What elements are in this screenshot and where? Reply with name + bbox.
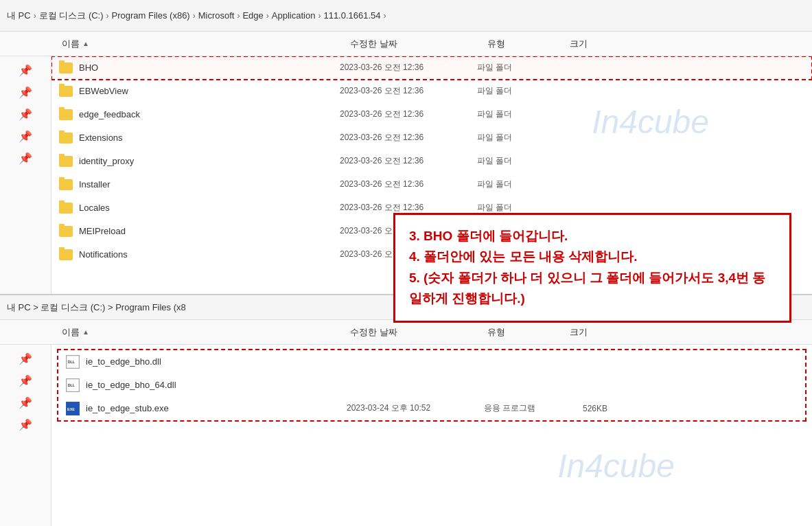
sep5: › bbox=[266, 11, 269, 21]
column-headers-top: 이름 ▲ 수정한 날짜 유형 크기 bbox=[0, 32, 812, 56]
table-row[interactable]: BHO 2023-03-26 오전 12:36 파일 폴더 bbox=[51, 56, 812, 80]
breadcrumb-item-microsoft[interactable]: Microsoft bbox=[198, 10, 235, 21]
annotation-line: 3. BHO 폴더에 들어갑니다. bbox=[409, 229, 568, 243]
file-name: Locales bbox=[79, 203, 340, 213]
file-name: Installer bbox=[79, 179, 340, 190]
sep2: › bbox=[106, 11, 109, 21]
table-row[interactable]: Extensions 2023-03-26 오전 12:36 파일 폴더 bbox=[51, 126, 812, 150]
pin-icon-1[interactable]: 📌 bbox=[17, 62, 34, 78]
sidebar-left-top: 📌 📌 📌 📌 📌 bbox=[0, 56, 51, 294]
file-name: MEIPreload bbox=[79, 226, 340, 236]
sep6: › bbox=[318, 11, 321, 21]
col-name-header[interactable]: 이름 ▲ bbox=[62, 38, 350, 50]
breadcrumb-item-programfiles[interactable]: Program Files (x86) bbox=[112, 10, 190, 21]
file-name: EBWebView bbox=[79, 86, 340, 96]
col-size-header-bottom[interactable]: 크기 bbox=[570, 326, 625, 339]
pin-icon-3[interactable]: 📌 bbox=[17, 106, 34, 122]
file-name: edge_feedback bbox=[79, 109, 340, 119]
file-type: 파일 폴더 bbox=[477, 108, 559, 120]
pin-icon-2[interactable]: 📌 bbox=[17, 84, 34, 100]
file-type: 파일 폴더 bbox=[477, 202, 559, 214]
file-type-cell: 응용 프로그램 bbox=[484, 402, 566, 414]
table-row[interactable]: edge_feedback 2023-03-26 오전 12:36 파일 폴더 bbox=[51, 103, 812, 126]
file-date: 2023-03-26 오전 12:36 bbox=[340, 179, 477, 190]
file-date: 2023-03-26 오전 12:36 bbox=[340, 132, 477, 144]
file-date: 2023-03-26 오전 12:36 bbox=[340, 85, 477, 97]
breadcrumb-item-c[interactable]: 로컬 디스크 (C:) bbox=[39, 10, 104, 22]
table-row[interactable]: DLL ie_to_edge_bho_64.dll bbox=[58, 374, 805, 397]
pin-icon-5[interactable]: 📌 bbox=[17, 150, 34, 166]
file-date: 2023-03-26 오전 12:36 bbox=[340, 155, 477, 167]
dll-icon: DLL bbox=[66, 378, 80, 392]
file-type-icon: DLL bbox=[65, 378, 80, 393]
explorer-bottom-panel: 내 PC > 로컬 디스크 (C:) > Program Files (x8 이… bbox=[0, 295, 812, 526]
file-name: ie_to_edge_bho.dll bbox=[86, 356, 347, 367]
file-name: identity_proxy bbox=[79, 156, 340, 166]
file-date: 2023-03-26 오전 12:36 bbox=[340, 108, 477, 120]
file-name: Extensions bbox=[79, 133, 340, 143]
pin-icon-bottom-1[interactable]: 📌 bbox=[17, 350, 34, 367]
file-date: 2023-03-26 오전 12:36 bbox=[340, 62, 477, 73]
file-type: 파일 폴더 bbox=[477, 155, 559, 167]
exe-icon: EXE bbox=[66, 402, 80, 415]
file-date: 2023-03-26 오전 12:36 bbox=[340, 202, 477, 214]
sort-arrow-bottom: ▲ bbox=[82, 328, 89, 336]
sidebar-left-bottom: 📌 📌 📌 📌 bbox=[0, 345, 51, 526]
file-type: 파일 폴더 bbox=[477, 85, 559, 97]
breadcrumb-item-mypc[interactable]: 내 PC bbox=[7, 10, 31, 22]
annotation-line: 4. 폴더안에 있는 모든 내용 삭제합니다. bbox=[409, 249, 638, 264]
col-size-header[interactable]: 크기 bbox=[570, 38, 625, 50]
file-size: 526KB bbox=[566, 404, 621, 413]
svg-text:DLL: DLL bbox=[68, 383, 75, 387]
col-date-header-bottom[interactable]: 수정한 날짜 bbox=[350, 326, 487, 339]
breadcrumb-item-edge[interactable]: Edge bbox=[242, 10, 263, 21]
folder-icon bbox=[58, 201, 73, 216]
file-name: BHO bbox=[79, 62, 340, 73]
pin-icon-4[interactable]: 📌 bbox=[17, 128, 34, 144]
breadcrumb-item-application[interactable]: Application bbox=[272, 10, 316, 21]
file-type: 파일 폴더 bbox=[477, 132, 559, 144]
pin-icon-bottom-2[interactable]: 📌 bbox=[17, 372, 34, 389]
file-type: 파일 폴더 bbox=[477, 179, 559, 190]
pin-icon-bottom-3[interactable]: 📌 bbox=[17, 394, 34, 411]
annotation-line: 5. (숫자 폴더가 하나 더 있으니 그 폴더에 들어가서도 3,4번 동일하… bbox=[409, 271, 765, 306]
file-type-icon: EXE bbox=[65, 401, 80, 416]
file-name: ie_to_edge_stub.exe bbox=[86, 403, 347, 413]
breadcrumb-top[interactable]: 내 PC › 로컬 디스크 (C:) › Program Files (x86)… bbox=[0, 0, 812, 32]
table-row[interactable]: Installer 2023-03-26 오전 12:36 파일 폴더 bbox=[51, 173, 812, 196]
folder-icon bbox=[58, 177, 73, 192]
col-name-header-bottom[interactable]: 이름 ▲ bbox=[62, 326, 350, 339]
table-row[interactable]: EBWebView 2023-03-26 오전 12:36 파일 폴더 bbox=[51, 80, 812, 103]
table-row[interactable]: EXE ie_to_edge_stub.exe 2023-03-24 오후 10… bbox=[58, 397, 805, 420]
folder-icon bbox=[58, 247, 73, 262]
table-row[interactable]: identity_proxy 2023-03-26 오전 12:36 파일 폴더 bbox=[51, 150, 812, 173]
file-name: Notifications bbox=[79, 249, 340, 260]
highlighted-files-group: DLL ie_to_edge_bho.dll DLL ie_to_edge_bh… bbox=[57, 349, 807, 422]
sep1: › bbox=[34, 11, 36, 21]
col-date-header[interactable]: 수정한 날짜 bbox=[350, 38, 487, 50]
main-container: 내 PC › 로컬 디스크 (C:) › Program Files (x86)… bbox=[0, 0, 812, 526]
col-type-header-bottom[interactable]: 유형 bbox=[487, 326, 570, 339]
table-row[interactable]: DLL ie_to_edge_bho.dll bbox=[58, 350, 805, 374]
folder-icon bbox=[58, 107, 73, 122]
breadcrumb-item-version[interactable]: 111.0.1661.54 bbox=[323, 10, 380, 21]
folder-icon bbox=[58, 84, 73, 99]
bottom-files-wrapper: DLL ie_to_edge_bho.dll DLL ie_to_edge_bh… bbox=[51, 345, 812, 526]
col-type-header[interactable]: 유형 bbox=[487, 38, 570, 50]
sep4: › bbox=[237, 11, 240, 21]
file-name: ie_to_edge_bho_64.dll bbox=[86, 380, 347, 390]
file-date: 2023-03-24 오후 10:52 bbox=[347, 402, 484, 414]
sep7: › bbox=[384, 11, 386, 21]
file-list-area-bottom: 📌 📌 📌 📌 DLL ie_to_edge_bho.dll DLL ie_to… bbox=[0, 345, 812, 526]
annotation-box: 3. BHO 폴더에 들어갑니다.4. 폴더안에 있는 모든 내용 삭제합니다.… bbox=[393, 213, 791, 323]
sort-arrow-name: ▲ bbox=[82, 40, 89, 47]
folder-icon bbox=[58, 130, 73, 146]
breadcrumb-bottom-text: 내 PC > 로컬 디스크 (C:) > Program Files (x8 bbox=[7, 301, 186, 314]
file-type-icon: DLL bbox=[65, 354, 80, 369]
folder-icon bbox=[58, 224, 73, 239]
pin-icon-bottom-4[interactable]: 📌 bbox=[17, 416, 34, 433]
folder-icon bbox=[58, 154, 73, 169]
annotation-text: 3. BHO 폴더에 들어갑니다.4. 폴더안에 있는 모든 내용 삭제합니다.… bbox=[409, 229, 765, 306]
dll-icon: DLL bbox=[66, 355, 80, 369]
svg-text:EXE: EXE bbox=[67, 407, 75, 411]
